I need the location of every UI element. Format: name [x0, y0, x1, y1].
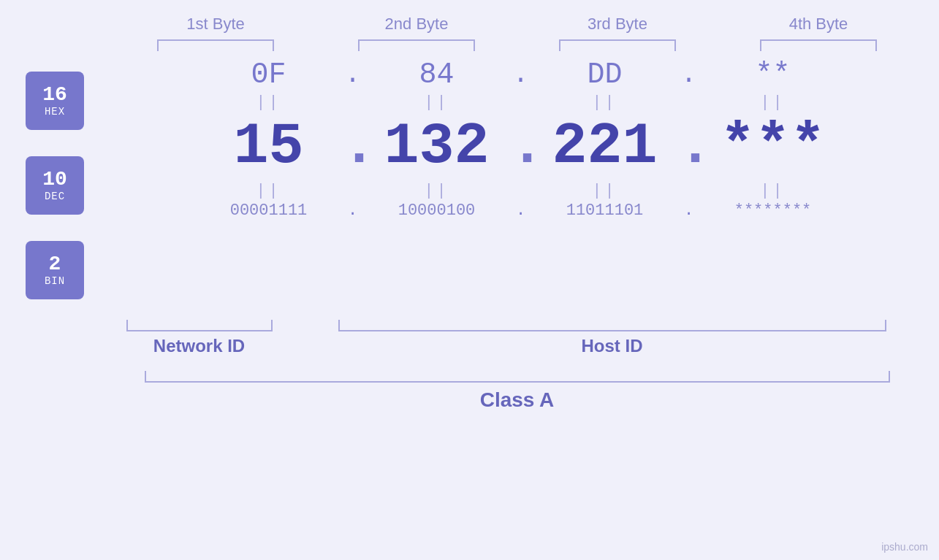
class-label: Class A: [480, 388, 555, 412]
bin-byte-4: ********: [700, 202, 846, 220]
equals-2-1: ||: [196, 182, 342, 200]
bin-byte-1: 00001111: [196, 202, 342, 220]
base-labels-column: 16 HEX 10 DEC 2 BIN: [0, 58, 102, 312]
network-id-container: Network ID: [115, 320, 284, 356]
byte-label-4: 4th Byte: [718, 15, 919, 34]
bin-badge-number: 2: [49, 253, 61, 276]
dec-badge-name: DEC: [45, 191, 65, 202]
byte-label-3: 3rd Byte: [517, 15, 718, 34]
dec-byte-1: 15: [196, 113, 342, 180]
dec-row: 15 . 132 . 221 . ***: [102, 113, 939, 180]
network-bracket: [126, 320, 273, 331]
bracket-cell-1: [115, 39, 316, 51]
dec-byte-4: ***: [700, 113, 846, 180]
bin-row: 00001111 . 10000100 . 11011101 . *******…: [102, 202, 939, 220]
equals-1-3: ||: [532, 93, 678, 112]
watermark: ipshu.com: [881, 541, 928, 553]
bracket-cell-3: [517, 39, 718, 51]
bin-dot-3: .: [678, 202, 700, 220]
hex-byte-1: 0F: [196, 58, 342, 91]
dec-dot-3: .: [678, 113, 700, 180]
equals-2-3: ||: [532, 182, 678, 200]
bin-badge-name: BIN: [45, 275, 65, 287]
bin-byte-3: 11011101: [532, 202, 678, 220]
top-bracket-1: [157, 39, 274, 51]
dec-byte-2: 132: [364, 113, 510, 180]
byte-label-1: 1st Byte: [115, 15, 316, 34]
bin-dot-1: .: [342, 202, 364, 220]
equals-row-1: || || || ||: [102, 91, 939, 113]
hex-byte-4: **: [700, 58, 846, 91]
bin-byte-2: 10000100: [364, 202, 510, 220]
class-row: Class A: [115, 371, 919, 412]
host-id-container: Host ID: [305, 320, 919, 356]
hex-byte-3: DD: [532, 58, 678, 91]
bin-badge: 2 BIN: [26, 241, 84, 299]
hex-badge-number: 16: [42, 84, 67, 107]
equals-2-2: ||: [364, 182, 510, 200]
content-area: 16 HEX 10 DEC 2 BIN 0F . 84 . DD . **: [0, 58, 939, 312]
hex-badge: 16 HEX: [26, 72, 84, 130]
hex-dot-3: .: [678, 60, 700, 90]
hex-badge-name: HEX: [45, 106, 65, 118]
byte-labels-row: 1st Byte 2nd Byte 3rd Byte 4th Byte: [115, 15, 919, 34]
bracket-cell-4: [718, 39, 919, 51]
top-bracket-3: [559, 39, 676, 51]
dec-dot-1: .: [342, 113, 364, 180]
network-id-label: Network ID: [153, 336, 245, 356]
dec-badge-number: 10: [42, 169, 67, 191]
host-id-label: Host ID: [582, 336, 643, 356]
hex-byte-2: 84: [364, 58, 510, 91]
top-bracket-2: [358, 39, 475, 51]
bottom-area: Network ID Host ID Class A: [0, 320, 939, 412]
class-bracket: [145, 371, 890, 383]
bin-dot-2: .: [510, 202, 532, 220]
equals-1-2: ||: [364, 93, 510, 112]
hex-dot-2: .: [510, 60, 532, 90]
data-grid: 0F . 84 . DD . ** || || || || 15: [102, 58, 939, 220]
hex-dot-1: .: [342, 60, 364, 90]
equals-1-4: ||: [700, 93, 846, 112]
bottom-brackets: Network ID Host ID: [115, 320, 919, 356]
equals-1-1: ||: [196, 93, 342, 112]
top-brackets-row: [115, 39, 919, 51]
host-bracket: [338, 320, 886, 331]
hex-row: 0F . 84 . DD . **: [102, 58, 939, 91]
main-container: 1st Byte 2nd Byte 3rd Byte 4th Byte 16 H…: [0, 0, 939, 560]
top-bracket-4: [760, 39, 877, 51]
dec-badge: 10 DEC: [26, 156, 84, 215]
byte-label-2: 2nd Byte: [316, 15, 517, 34]
dec-dot-2: .: [510, 113, 532, 180]
bracket-cell-2: [316, 39, 517, 51]
equals-row-2: || || || ||: [102, 180, 939, 202]
dec-byte-3: 221: [532, 113, 678, 180]
equals-2-4: ||: [700, 182, 846, 200]
